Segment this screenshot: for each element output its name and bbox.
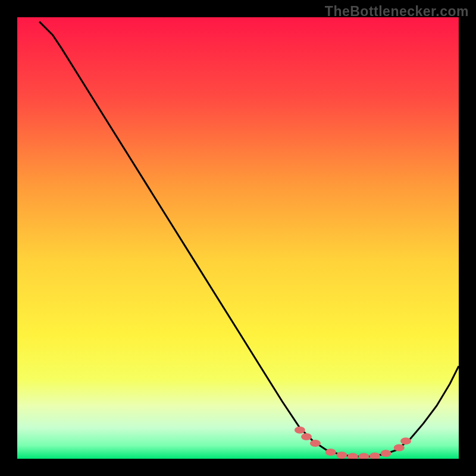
chart-frame [17,17,459,459]
chart-svg [17,17,459,459]
data-marker [394,444,405,452]
data-marker [325,449,336,456]
data-marker [301,433,312,440]
data-marker [400,437,411,444]
data-marker [336,452,347,459]
data-marker [310,440,321,447]
watermark-text: TheBottlenecker.com [325,4,469,20]
data-marker [295,427,305,434]
data-marker [381,450,392,457]
